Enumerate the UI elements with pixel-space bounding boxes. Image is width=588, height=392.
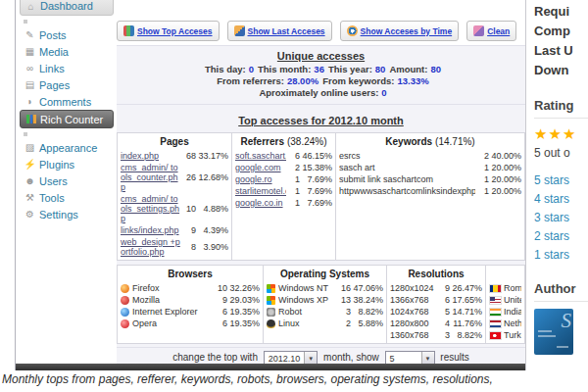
keywords-name: sasch art (339, 163, 475, 172)
stat-value: 0 (249, 64, 254, 74)
pages-name-link[interactable]: links/index.php (121, 225, 182, 235)
percent: 7.69% (300, 198, 332, 208)
client-name: Firefox (132, 283, 214, 293)
plugin-info-label: Comp (534, 24, 588, 43)
top-accesses-header: Top accesses for 2012.10 month (117, 107, 525, 132)
plugin-info-list: RequiCompLast UDown (534, 4, 588, 82)
sidebar-item-label: Pages (39, 79, 70, 91)
show-by-time-button[interactable]: Show Acceses by Time (340, 21, 460, 41)
keywords-name: esrcs (339, 151, 475, 161)
windows-icon (267, 296, 275, 305)
column-title: Keywords (385, 136, 432, 147)
plugin-info-label: Down (534, 63, 588, 82)
chart-bars-icon (123, 25, 134, 36)
pages-name-link[interactable]: web_design +portfolio.php (121, 237, 182, 257)
star-filter-link[interactable]: 4 stars (534, 192, 588, 211)
count: 3 (436, 330, 450, 340)
resolutions-header: Resolutions (387, 266, 485, 282)
star-filter-link[interactable]: 3 stars (534, 211, 588, 229)
sidebar-item-pages[interactable]: ▤Pages (20, 76, 114, 93)
referrers-name-link[interactable]: starlitemotel.ca (235, 186, 286, 196)
column-percent: (38.24%) (287, 136, 327, 147)
count: 9 (182, 225, 196, 235)
star-filter-link[interactable]: 2 stars (534, 229, 588, 248)
sidebar-item-plugins[interactable]: ⚡Plugins (20, 156, 114, 172)
resolutions-row: 1280x800411.76% (387, 318, 485, 329)
results-count-value: 5 (386, 354, 421, 364)
sidebar-item-settings[interactable]: ⚙Settings (20, 206, 114, 222)
percent: 17.65% (450, 295, 482, 305)
sidebar-item-media[interactable]: ▦Media (20, 43, 114, 60)
count: 1 (286, 186, 300, 196)
sidebar-item-links[interactable]: ∞Links (20, 60, 114, 76)
sidebar-item-rich-counter[interactable]: Rich Counter (20, 110, 114, 128)
percent: 14.71% (450, 307, 482, 317)
keywords-row: httpwwwsaschartcomlinksindexphptype ...1… (336, 185, 524, 197)
client-name: Windows XP (278, 295, 337, 305)
count: 16 (337, 283, 351, 293)
india-flag-icon (489, 308, 502, 317)
show-top-button[interactable]: Show Top Acceses (117, 21, 220, 41)
star-icon: ★ (563, 125, 576, 142)
us-flag-icon (489, 296, 502, 305)
windows-icon (267, 284, 275, 293)
sidebar-item-tools[interactable]: ⚒Tools (20, 189, 114, 206)
keywords-column: Keywords(14.71%)esrcs240.00%sasch art120… (336, 133, 524, 260)
sidebar-item-label: Links (39, 63, 65, 74)
count: 68 (182, 151, 196, 161)
show-last-button[interactable]: Show Last Acceses (227, 21, 332, 41)
sidebar-item-posts[interactable]: ✎Posts (20, 26, 114, 43)
pages-name-link[interactable]: index.php (121, 151, 182, 161)
sidebar-item-appearance[interactable]: ▨Appearance (20, 139, 114, 156)
unique-accesses-section: Unique accesses This day:0This month:36T… (117, 45, 525, 105)
button-label: Show Last Acceses (248, 26, 325, 36)
client-name: Linux (278, 318, 337, 328)
keywords-row: esrcs240.00% (336, 150, 524, 162)
pages-column: Pagesindex.php6833.17%cms_admin/ tools_c… (118, 133, 232, 260)
operating-systems-row: Windows NT1647.06% (264, 282, 386, 294)
sidebar-item-dashboard[interactable]: ⌂Dashboard (20, 0, 114, 16)
referrers-name-link[interactable]: google.ro (235, 174, 286, 184)
count: 6 (214, 307, 227, 317)
referrers-row: google.com215.38% (232, 162, 335, 173)
pages-name-link[interactable]: cms_admin/ tools_settings.php (121, 194, 182, 223)
percent: 19.35% (227, 307, 260, 317)
stat-label: From keywords: (322, 75, 394, 86)
resolutions-row: 1366x768617.65% (387, 294, 485, 306)
operating-systems-header: Operating Systems (264, 266, 386, 282)
sidebar-item-label: Rich Counter (40, 114, 103, 125)
comments-icon: ◗ (24, 96, 36, 107)
count: 6 (214, 318, 227, 328)
star-icon: ★ (534, 125, 548, 142)
country-name: United S (504, 295, 521, 305)
netherlands-flag-icon (489, 319, 502, 328)
star-filter-link[interactable]: 1 stars (534, 248, 588, 267)
countries-row: Turkey (486, 329, 524, 341)
referrers-name-link[interactable]: soft.saschart.com (235, 151, 286, 161)
browsers-row: Internet Explorer619.35% (118, 306, 263, 318)
clean-button[interactable]: Clean (466, 21, 516, 41)
last-list-icon (234, 25, 245, 36)
keywords-row: sasch art120.00% (336, 162, 524, 173)
count: 9 (436, 283, 450, 293)
stat-value: 28.00% (287, 75, 318, 86)
stats-line-referrers: From referrers:28.00%From keywords:13.33… (117, 75, 525, 87)
referrers-name-link[interactable]: google.com (235, 163, 286, 172)
client-name: Windows NT (278, 283, 337, 293)
pages-name-link[interactable]: cms_admin/ tools_counter.php (121, 163, 182, 192)
star-filter-link[interactable]: 5 stars (534, 173, 588, 192)
stats-line-day: This day:0This month:36This year:80Amoun… (117, 64, 525, 75)
country-name: Romania (504, 283, 521, 293)
sidebar-item-label: Appearance (39, 142, 97, 154)
referrers-row: google.ro17.69% (232, 173, 335, 185)
percent: 4.39% (196, 225, 228, 235)
links-icon: ∞ (24, 63, 36, 74)
percent: 20.00% (489, 186, 521, 196)
sidebar-item-label: Dashboard (40, 0, 93, 12)
romania-flag-icon (489, 284, 502, 293)
sidebar-item-users[interactable]: ☻Users (20, 172, 114, 189)
sidebar-item-comments[interactable]: ◗Comments (20, 93, 114, 110)
resolutions-row: 1280x1024926.47% (387, 282, 485, 294)
percent: 29.03% (227, 295, 260, 305)
referrers-name-link[interactable]: google.co.in (235, 198, 286, 208)
